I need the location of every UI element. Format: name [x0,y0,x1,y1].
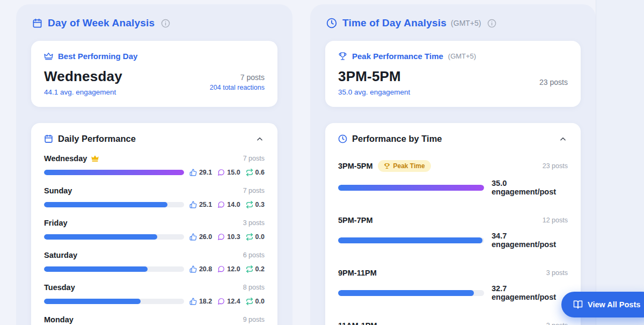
reposts-icon [246,201,253,208]
engagement-bar [44,170,184,175]
best-day-card: Best Performing Day Wednesday 44.1 avg. … [31,41,277,107]
comments-icon [217,265,225,273]
view-all-posts-button[interactable]: View All Posts [561,292,644,317]
time-label: 3PM-5PM [338,162,372,170]
day-row-friday: Friday 3 posts 26.0 10.3 0.0 [44,219,265,241]
time-of-day-header: Time of Day Analysis (GMT+5) [325,17,581,29]
info-icon[interactable] [487,19,496,28]
day-label: Friday [44,219,68,227]
reposts-icon [246,233,253,241]
timezone-label: (GMT+5) [448,52,476,60]
reposts-value: 0.3 [255,201,265,208]
engagement-bar [338,185,484,191]
daily-performance-title: Daily Performance [58,134,250,144]
posts-count: 3 posts [546,322,568,325]
trophy-gold-icon [384,163,390,169]
best-day-value: Wednesday [44,68,122,85]
peak-time-card: Peak Performance Time (GMT+5) 3PM-5PM 35… [325,41,581,107]
comments-value: 14.0 [227,201,240,208]
engagement-bar [44,266,184,272]
calendar-icon [32,18,42,28]
book-icon [573,300,583,309]
comments-icon [217,169,225,176]
posts-count: 7 posts [243,155,265,162]
comments-icon [217,201,225,208]
time-row-11am-1pm: 11AM-1PM 3 posts 30.0 engagement/post [338,321,568,325]
likes-value: 20.8 [199,265,212,273]
day-label: Sunday [44,186,72,195]
comments-icon [217,233,225,241]
time-of-day-panel: Time of Day Analysis (GMT+5) Peak Perfor… [310,4,596,325]
timezone-label: (GMT+5) [451,19,481,27]
day-label: Monday [44,315,74,324]
peak-time-posts: 23 posts [539,78,568,86]
engagement-per-post: 32.7 engagement/post [492,284,568,301]
page-right-gutter [596,0,644,325]
clock-icon [338,134,347,143]
time-row-3pm-5pm: 3PM-5PM Peak Time 23 posts 35.0 engageme… [338,160,568,196]
day-label: Wednesday [44,154,87,163]
day-row-wednesday: Wednesday 7 posts 29.1 15.0 0.6 [44,154,265,176]
engagement-bar [338,290,484,296]
reposts-value: 0.0 [255,298,265,305]
day-row-saturday: Saturday 6 posts 20.8 12.0 0.2 [44,251,265,273]
comments-value: 10.3 [227,233,240,241]
posts-count: 12 posts [543,216,568,224]
time-label: 11AM-1PM [338,321,377,325]
posts-count: 9 posts [243,316,265,323]
reposts-icon [246,298,253,305]
crown-gold-icon [91,155,99,162]
engagement-bar [338,237,484,243]
engagement-bar [44,202,184,207]
reposts-value: 0.0 [255,233,265,241]
peak-time-engagement: 35.0 avg. engagement [338,88,410,96]
view-all-posts-label: View All Posts [588,300,640,309]
comments-value: 12.4 [227,298,240,305]
panel-title: Day of Week Analysis [48,17,155,29]
likes-icon [189,201,197,208]
reposts-value: 0.2 [255,265,265,273]
time-label: 5PM-7PM [338,216,372,225]
collapse-chevron-up-icon[interactable] [255,134,265,144]
performance-by-time-title: Performance by Time [352,134,553,144]
crown-icon [44,52,53,61]
peak-time-value: 3PM-5PM [338,68,410,85]
peak-badge-label: Peak Time [393,162,425,170]
calendar-icon [44,134,53,143]
likes-icon [189,169,197,176]
reposts-value: 0.6 [255,169,265,176]
day-of-week-header: Day of Week Analysis [31,17,277,29]
likes-value: 26.0 [199,233,212,241]
clock-icon [326,18,337,28]
posts-count: 23 posts [543,162,568,170]
collapse-chevron-up-icon[interactable] [558,134,568,144]
time-row-9pm-11pm: 9PM-11PM 3 posts 32.7 engagement/post [338,269,568,301]
time-row-5pm-7pm: 5PM-7PM 12 posts 34.7 engagement/post [338,216,568,249]
day-label: Saturday [44,251,77,259]
likes-value: 25.1 [199,201,212,208]
posts-count: 6 posts [243,251,265,259]
posts-count: 3 posts [243,219,265,227]
engagement-bar [44,299,184,304]
comments-value: 15.0 [227,169,240,176]
comments-value: 12.0 [227,265,240,273]
likes-value: 29.1 [199,169,212,176]
best-day-label: Best Performing Day [58,52,137,61]
day-row-tuesday: Tuesday 8 posts 18.2 12.4 0.0 [44,283,265,305]
performance-by-time-card: Performance by Time 3PM-5PM Peak Time 23… [325,123,581,325]
best-day-engagement: 44.1 avg. engagement [44,88,122,96]
day-of-week-panel: Day of Week Analysis Best Performing Day… [16,4,292,325]
engagement-per-post: 35.0 engagement/post [492,179,568,196]
engagement-per-post: 34.7 engagement/post [492,232,568,249]
day-row-monday: Monday 9 posts 17.9 10.4 0.2 [44,315,265,325]
reposts-icon [246,169,253,176]
peak-time-badge: Peak Time [378,160,430,172]
trophy-icon [338,52,347,61]
day-row-sunday: Sunday 7 posts 25.1 14.0 0.3 [44,186,265,208]
likes-icon [189,233,197,241]
posts-count: 7 posts [243,187,265,194]
time-label: 9PM-11PM [338,269,377,277]
daily-performance-card: Daily Performance Wednesday 7 posts 29.1… [31,123,277,325]
panel-title: Time of Day Analysis [342,17,447,29]
info-icon[interactable] [161,19,170,28]
